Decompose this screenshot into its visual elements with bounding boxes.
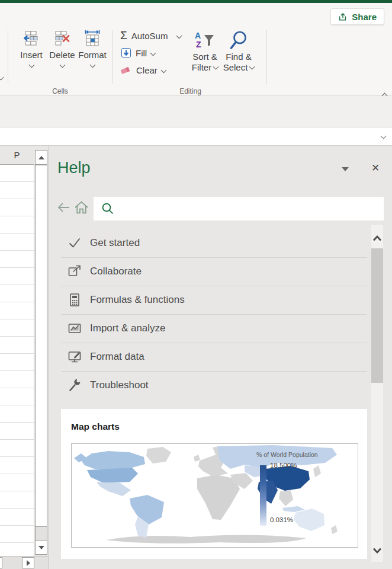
- map-legend-min: 0.031%: [270, 516, 293, 523]
- sheet-scroll-up-button[interactable]: [35, 150, 47, 165]
- topic-label: Format data: [90, 351, 144, 363]
- clear-label: Clear: [136, 65, 158, 75]
- sort-filter-icon: A Z: [194, 30, 216, 52]
- insert-button[interactable]: Insert: [16, 30, 47, 79]
- format-label: Format: [78, 50, 107, 60]
- sheet-scroll-right-button[interactable]: [22, 557, 34, 568]
- find-select-label-1: Find &: [226, 52, 251, 62]
- map-legend-gradient: [260, 465, 266, 526]
- format-button[interactable]: Format: [77, 30, 108, 79]
- share-button[interactable]: Share: [330, 8, 384, 25]
- triangle-up-icon: [38, 156, 44, 159]
- topic-troubleshoot[interactable]: Troubleshoot: [61, 371, 367, 399]
- formula-bar-expand-icon[interactable]: [381, 133, 387, 139]
- format-data-icon: [67, 349, 82, 365]
- topic-label: Troubleshoot: [90, 379, 149, 391]
- editing-group-label: Editing: [114, 87, 266, 95]
- formula-bar[interactable]: [0, 127, 392, 146]
- svg-text:Z: Z: [196, 40, 201, 49]
- format-cells-icon: [83, 30, 101, 47]
- search-input[interactable]: [117, 197, 380, 222]
- topic-format-data[interactable]: Format data: [61, 343, 367, 372]
- insert-label: Insert: [20, 50, 43, 60]
- cells-group-label: Cells: [8, 87, 113, 95]
- pane-options-caret-icon[interactable]: [342, 167, 349, 171]
- fill-down-icon: [121, 47, 131, 58]
- map-legend-max: 18.500%: [270, 462, 297, 469]
- import-analyze-icon: [67, 321, 82, 336]
- autosum-button[interactable]: Σ AutoSum: [120, 30, 181, 41]
- group-separator: [8, 30, 8, 84]
- find-select-label-2: Select: [223, 62, 248, 72]
- chevron-down-icon: [213, 64, 219, 70]
- toolbar-spacer: [0, 96, 392, 127]
- sheet-vertical-scrollbar-thumb[interactable]: [35, 165, 47, 527]
- chevron-down-icon: [150, 50, 156, 56]
- chevron-down-icon: [160, 67, 166, 73]
- share-label: Share: [352, 12, 377, 22]
- sheet-cells[interactable]: [0, 164, 34, 557]
- home-icon[interactable]: [73, 200, 89, 215]
- sheet-scroll-down-button[interactable]: [35, 540, 47, 555]
- svg-text:A: A: [195, 31, 201, 40]
- chevron-down-icon: [59, 62, 65, 68]
- help-scroll-down-icon[interactable]: [372, 547, 382, 554]
- help-scroll-up-icon[interactable]: [372, 235, 382, 242]
- chevron-down-icon: [176, 33, 182, 39]
- sort-filter-label-2: Filter: [192, 62, 211, 72]
- topic-label: Formulas & functions: [90, 294, 185, 306]
- sort-filter-label-1: Sort &: [192, 52, 217, 62]
- search-icon: [101, 202, 114, 215]
- delete-label: Delete: [49, 50, 75, 60]
- topic-label: Import & analyze: [90, 322, 166, 334]
- fill-button[interactable]: Fill: [121, 47, 155, 59]
- wrench-icon: [67, 378, 82, 393]
- delete-cells-icon: [53, 30, 71, 47]
- insert-cells-icon: [23, 30, 40, 47]
- close-pane-icon[interactable]: ✕: [371, 162, 380, 174]
- world-map: [72, 444, 358, 547]
- help-search-box[interactable]: [94, 197, 384, 220]
- topic-label: Get started: [90, 237, 140, 249]
- topic-formulas-functions[interactable]: Formulas & functions: [61, 286, 367, 315]
- chevron-down-icon: [89, 62, 95, 68]
- sheet-scroll-left-button[interactable]: [0, 557, 2, 568]
- collaborate-icon: [67, 264, 82, 279]
- clear-button[interactable]: Clear: [120, 64, 166, 76]
- help-scrollbar-thumb[interactable]: [371, 248, 383, 383]
- map-legend-title: % of World Population: [256, 451, 318, 458]
- card-title: Map charts: [71, 421, 120, 432]
- chevron-down-icon: [28, 62, 34, 68]
- calculator-icon: [67, 292, 82, 308]
- topic-get-started[interactable]: Get started: [61, 229, 367, 258]
- sheet-vertical-scrollbar-track[interactable]: [35, 527, 47, 540]
- triangle-right-icon: [27, 560, 30, 566]
- ribbon: Share Insert: [0, 3, 392, 96]
- back-arrow-icon[interactable]: [57, 202, 71, 213]
- topic-import-analyze[interactable]: Import & analyze: [61, 314, 367, 343]
- delete-button[interactable]: Delete: [47, 30, 78, 79]
- chevron-down-icon: [249, 64, 255, 70]
- map-charts-card[interactable]: Map charts: [61, 409, 367, 559]
- help-pane-title: Help: [57, 159, 91, 177]
- chevron-down-icon[interactable]: [0, 75, 4, 81]
- triangle-down-icon: [38, 546, 44, 549]
- pane-divider: [49, 146, 49, 569]
- topic-label: Collaborate: [90, 266, 142, 277]
- eraser-icon: [120, 65, 132, 75]
- check-icon: [67, 235, 82, 251]
- autosum-label: AutoSum: [131, 31, 168, 41]
- column-header-p[interactable]: P: [0, 150, 34, 160]
- find-select-button[interactable]: Find & Select: [221, 30, 256, 73]
- group-separator: [266, 30, 267, 84]
- excel-window: Share Insert: [0, 0, 392, 569]
- autosum-sigma-icon: Σ: [120, 30, 127, 41]
- sort-filter-button[interactable]: A Z Sort & Filter: [188, 30, 221, 73]
- share-icon: [338, 12, 348, 21]
- topic-collaborate[interactable]: Collaborate: [61, 257, 367, 286]
- group-separator: [113, 30, 113, 84]
- fill-label: Fill: [136, 48, 147, 58]
- map-chart-image: % of World Population 18.500% 0.031%: [71, 443, 358, 548]
- find-select-icon: [229, 30, 249, 52]
